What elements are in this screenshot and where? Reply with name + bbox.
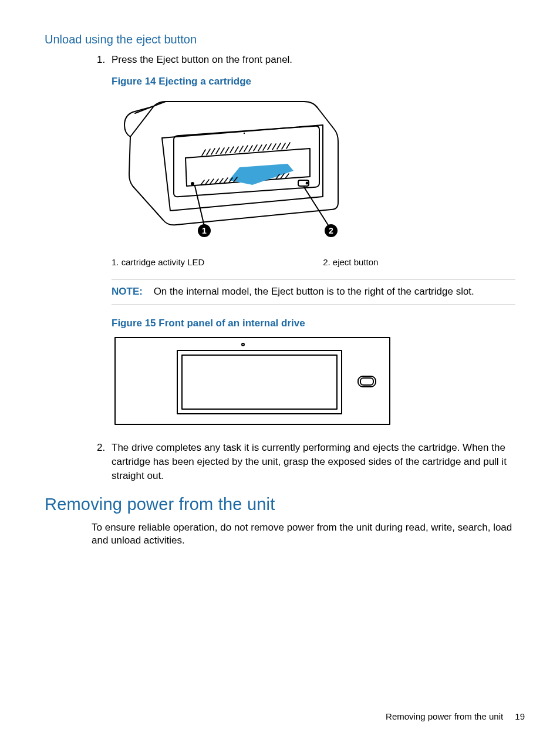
figure15-caption: Figure 15 Front panel of an internal dri… [112,317,525,330]
figure14-caption: Figure 14 Ejecting a cartridge [112,75,525,89]
step-1-text: Press the Eject button on the front pane… [112,54,292,65]
svg-point-3 [306,182,308,184]
note-block: NOTE: On the internal model, the Eject b… [112,279,515,305]
svg-rect-13 [182,355,337,409]
svg-text:2: 2 [329,226,333,235]
figure14-illustration: 1 2 [112,92,346,245]
removing-power-para: To ensure reliable operation, do not rem… [92,521,525,548]
step-1: Press the Eject button on the front pane… [108,53,525,428]
svg-rect-16 [360,378,373,385]
steps-list: Press the Eject button on the front pane… [85,53,525,482]
figure15-illustration [112,334,393,428]
note-label: NOTE: [112,286,143,297]
svg-rect-0 [174,126,319,197]
page: Unload using the eject button Press the … [0,0,560,746]
svg-rect-12 [177,350,342,414]
svg-line-6 [304,187,329,226]
figure14-callout-1: 1. cartridge activity LED [112,256,321,268]
step-2-text: The drive completes any task it is curre… [112,442,507,481]
svg-line-5 [195,186,204,226]
svg-point-4 [244,133,245,134]
step-2: The drive completes any task it is curre… [108,441,525,482]
subheading-unload: Unload using the eject button [45,32,525,48]
figure14-callouts: 1. cartridge activity LED 2. eject butto… [112,256,515,268]
footer-page-number: 19 [515,711,525,721]
figure14-callout-2: 2. eject button [323,257,378,267]
page-footer: Removing power from the unit 19 [386,711,525,723]
svg-point-1 [191,183,194,185]
heading-removing-power: Removing power from the unit [45,493,525,516]
svg-text:1: 1 [202,226,207,235]
svg-point-14 [242,343,244,346]
footer-label: Removing power from the unit [386,711,503,721]
note-text: On the internal model, the Eject button … [154,286,474,297]
